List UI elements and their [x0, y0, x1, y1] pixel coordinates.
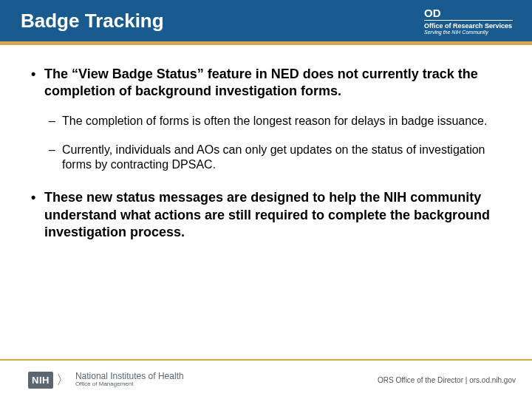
- header-branding: OD Office of Research Services Serving t…: [424, 7, 517, 35]
- nih-logo: NIH 〉 National Institutes of Health Offi…: [28, 371, 184, 389]
- bullet-item: The “View Badge Status” feature in NED d…: [28, 66, 504, 173]
- nih-mark-icon: NIH: [28, 372, 53, 389]
- slide-header: Badge Tracking OD Office of Research Ser…: [0, 0, 532, 41]
- sub-bullet-item: Currently, individuals and AOs can only …: [44, 143, 504, 174]
- slide-footer: NIH 〉 National Institutes of Health Offi…: [0, 359, 532, 399]
- sub-bullet-item: The completion of forms is often the lon…: [44, 114, 504, 129]
- chevron-right-icon: 〉: [56, 371, 69, 389]
- slide-body: The “View Badge Status” feature in NED d…: [0, 45, 532, 241]
- nih-text-block: National Institutes of Health Office of …: [75, 372, 184, 388]
- od-label: OD: [424, 7, 513, 21]
- nih-office: Office of Management: [75, 381, 184, 388]
- od-subtitle-2: Serving the NIH Community: [424, 30, 513, 35]
- od-subtitle-1: Office of Research Services: [424, 22, 513, 30]
- bullet-text: The “View Badge Status” feature in NED d…: [44, 66, 478, 98]
- slide-title: Badge Tracking: [21, 10, 164, 33]
- bullet-text: These new status messages are designed t…: [44, 190, 490, 239]
- bullet-item: These new status messages are designed t…: [28, 189, 504, 241]
- footer-attribution: ORS Office of the Director | ors.od.nih.…: [378, 376, 516, 384]
